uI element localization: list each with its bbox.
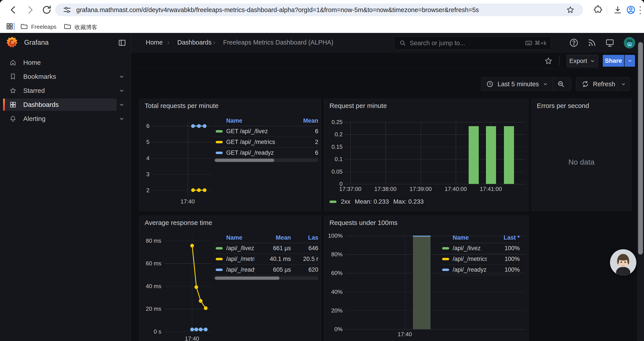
series-swatch <box>214 152 226 154</box>
zoom-out-icon <box>557 80 565 88</box>
panel-title[interactable]: Total requests per minute <box>145 102 218 110</box>
series-mean: Mean: 0.233 <box>355 198 389 205</box>
search-input[interactable]: Search or jump to... ⌘+k <box>394 37 551 50</box>
legend-row[interactable]: /api/_/readyz100% <box>440 265 520 275</box>
panel-title[interactable]: Request per minute <box>330 102 387 110</box>
legend-table[interactable]: NameMeanGET /api/_/livez6GET /api/_/metr… <box>214 116 318 158</box>
news-rss-icon[interactable] <box>587 38 597 48</box>
y-tick-label: 100% <box>328 232 343 239</box>
share-dropdown-button[interactable] <box>624 55 635 67</box>
gridline-vertical <box>405 236 405 329</box>
export-button[interactable]: Export <box>566 55 598 67</box>
legend-row[interactable]: GET /api/_/livez6 <box>214 126 318 137</box>
reload-icon[interactable] <box>41 5 52 15</box>
help-icon[interactable] <box>569 38 579 48</box>
series-swatch <box>214 130 226 133</box>
y-tick-label: 0.2 <box>335 131 342 138</box>
floating-avatar[interactable] <box>610 249 636 276</box>
gridline-horizontal <box>344 134 525 135</box>
breadcrumb-dashboards[interactable]: Dashboards <box>177 39 212 46</box>
apps-grid-icon[interactable] <box>6 22 14 30</box>
legend-scrollbar[interactable] <box>214 276 318 280</box>
panel-title[interactable]: Errors per second <box>537 102 589 110</box>
time-range-picker[interactable]: Last 5 minutes <box>481 77 571 91</box>
panel-title[interactable]: Requests under 100ms <box>330 219 398 226</box>
legend-value: 6 <box>290 149 318 156</box>
no-data-message: No data <box>532 158 631 166</box>
sidebar-item-alerting[interactable]: Alerting <box>3 113 116 125</box>
search-placeholder: Search or jump to... <box>410 40 525 47</box>
legend-row[interactable]: GET /api/_/readyz6 <box>214 148 318 158</box>
download-icon[interactable] <box>613 5 622 15</box>
legend[interactable]: 2xx Mean: 0.233 Max: 0.233 <box>330 198 424 205</box>
back-icon[interactable] <box>8 5 19 15</box>
x-tick-label: 17:40 <box>180 198 195 205</box>
series-name[interactable]: 2xx <box>341 198 350 205</box>
chevron-down-icon[interactable] <box>118 73 125 80</box>
legend-header-row: NameMean <box>214 116 318 126</box>
monitor-icon[interactable] <box>605 38 615 48</box>
series-swatch <box>214 247 226 249</box>
url-bar[interactable]: grafana.mathmast.com/d/deytv4rwavabkb/fr… <box>55 4 583 16</box>
legend-row[interactable]: /api/_/readyz605 µs620 <box>214 265 318 275</box>
panel-title[interactable]: Average response time <box>145 219 212 226</box>
legend-value: 605 µs <box>255 266 291 273</box>
sidebar-item-home[interactable]: Home <box>3 56 116 69</box>
chart-plot <box>344 122 525 184</box>
sidebar-toggle-icon[interactable] <box>118 39 126 47</box>
legend-table[interactable]: NameMeanLas/api/_/livez661 µs646/api/_/m… <box>214 233 318 275</box>
refresh-interval-dropdown[interactable] <box>617 78 630 91</box>
chevron-down-icon[interactable] <box>118 101 125 108</box>
y-tick-label: 40 ms <box>146 283 161 289</box>
sidebar-item-bookmarks[interactable]: Bookmarks <box>3 71 116 83</box>
series-line <box>152 122 212 197</box>
refresh-button[interactable]: Refresh <box>576 77 630 91</box>
y-tick-label: 0.05 <box>332 168 342 175</box>
bar <box>469 126 479 184</box>
legend-row[interactable]: /api/_/metrics40.1 ms20.5 r <box>214 254 318 265</box>
legend-row[interactable]: /api/_/metrics100% <box>440 254 520 265</box>
x-axis: 17:37:0017:38:0017:39:0017:40:0017:41:00 <box>344 186 525 193</box>
page-scrollbar-thumb[interactable] <box>638 42 643 254</box>
sidebar-item-starred[interactable]: Starred <box>3 85 116 97</box>
bookmark-item[interactable]: 收藏博客 <box>74 24 97 31</box>
x-tick-label: 17:40 <box>185 335 199 341</box>
series-name: /api/_/readyz <box>226 266 255 273</box>
sidebar-item-dashboards[interactable]: Dashboards <box>3 99 116 111</box>
menu-dots-icon[interactable] <box>638 5 643 15</box>
chevron-down-icon <box>590 58 595 64</box>
legend-table[interactable]: NameLast */api/_/livez100%/api/_/metrics… <box>440 233 520 275</box>
legend-row[interactable]: /api/_/livez100% <box>440 243 520 254</box>
legend-scrollbar[interactable] <box>214 159 318 162</box>
grafana-header: Grafana Home › Dashboards › Freeleaps Me… <box>0 33 644 53</box>
extensions-icon[interactable] <box>593 5 603 15</box>
series-line <box>164 236 212 334</box>
url-text[interactable]: grafana.mathmast.com/d/deytv4rwavabkb/fr… <box>76 6 583 14</box>
share-button[interactable]: Share <box>603 55 624 67</box>
chevron-down-icon[interactable] <box>118 87 125 94</box>
profile-icon[interactable] <box>626 5 636 15</box>
site-settings-icon[interactable] <box>63 6 72 14</box>
zoom-out-button[interactable] <box>552 78 569 91</box>
legend-row[interactable]: /api/_/livez661 µs646 <box>214 243 318 254</box>
folder-icon[interactable] <box>64 22 72 30</box>
folder-icon[interactable] <box>20 22 28 30</box>
breadcrumb-home[interactable]: Home <box>146 39 163 46</box>
chart-plot <box>164 236 212 334</box>
grafana-logo-icon[interactable] <box>6 36 19 49</box>
chevron-down-icon[interactable] <box>118 115 125 122</box>
favorite-star-icon[interactable] <box>544 57 553 65</box>
legend-row[interactable]: GET /api/_/metrics2 <box>214 137 318 148</box>
series-name: GET /api/_/readyz <box>226 149 290 156</box>
brand-name[interactable]: Grafana <box>24 39 49 47</box>
x-axis: 17:40 <box>152 198 212 206</box>
legend-value: 646 <box>291 245 318 252</box>
gridline-horizontal <box>344 184 525 184</box>
series-name: GET /api/_/metrics <box>226 139 290 146</box>
user-avatar[interactable] <box>624 37 635 49</box>
legend-value: 40.1 ms <box>255 256 291 262</box>
bookmark-item[interactable]: Freeleaps <box>31 24 56 30</box>
y-tick-label: 80% <box>331 251 342 258</box>
bookmark-star-icon[interactable] <box>566 6 575 14</box>
forward-icon[interactable] <box>24 5 36 15</box>
